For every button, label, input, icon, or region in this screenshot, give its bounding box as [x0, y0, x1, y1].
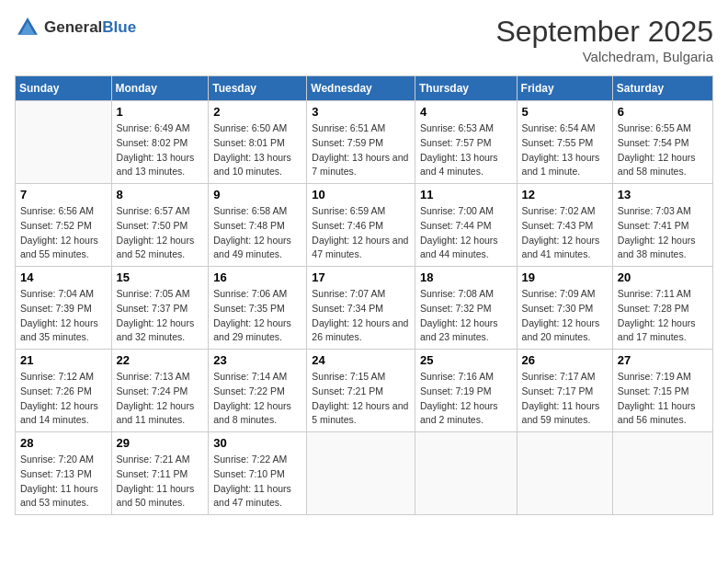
calendar-cell: 9Sunrise: 6:58 AMSunset: 7:48 PMDaylight…: [209, 184, 307, 267]
day-number: 28: [20, 436, 107, 450]
page-header: GeneralBlue September 2025 Valchedram, B…: [15, 15, 713, 64]
day-number: 23: [213, 353, 301, 367]
day-info: Sunrise: 7:12 AMSunset: 7:26 PMDaylight:…: [20, 370, 107, 428]
calendar-cell: 7Sunrise: 6:56 AMSunset: 7:52 PMDaylight…: [16, 184, 112, 267]
location-subtitle: Valchedram, Bulgaria: [495, 49, 713, 64]
title-block: September 2025 Valchedram, Bulgaria: [495, 15, 713, 64]
calendar-cell: 25Sunrise: 7:16 AMSunset: 7:19 PMDayligh…: [415, 350, 517, 432]
day-info: Sunrise: 7:14 AMSunset: 7:22 PMDaylight:…: [213, 370, 301, 428]
day-number: 11: [420, 188, 512, 201]
weekday-header-row: SundayMondayTuesdayWednesdayThursdayFrid…: [16, 76, 713, 101]
calendar-cell: 18Sunrise: 7:08 AMSunset: 7:32 PMDayligh…: [415, 267, 517, 350]
calendar-cell: 30Sunrise: 7:22 AMSunset: 7:10 PMDayligh…: [209, 432, 307, 515]
day-number: 13: [618, 188, 708, 201]
day-number: 21: [20, 353, 107, 367]
day-number: 16: [213, 270, 301, 284]
day-info: Sunrise: 6:53 AMSunset: 7:57 PMDaylight:…: [420, 121, 512, 179]
calendar-cell: 5Sunrise: 6:54 AMSunset: 7:55 PMDaylight…: [517, 101, 612, 184]
day-info: Sunrise: 7:05 AMSunset: 7:37 PMDaylight:…: [117, 287, 204, 345]
day-info: Sunrise: 7:06 AMSunset: 7:35 PMDaylight:…: [213, 287, 301, 345]
calendar-cell: 1Sunrise: 6:49 AMSunset: 8:02 PMDaylight…: [111, 101, 209, 184]
calendar-cell: 11Sunrise: 7:00 AMSunset: 7:44 PMDayligh…: [415, 184, 517, 267]
calendar-week-row: 1Sunrise: 6:49 AMSunset: 8:02 PMDaylight…: [16, 101, 713, 184]
calendar-cell: [307, 432, 415, 515]
weekday-header-thursday: Thursday: [415, 76, 517, 101]
calendar-cell: 3Sunrise: 6:51 AMSunset: 7:59 PMDaylight…: [307, 101, 415, 184]
day-info: Sunrise: 7:20 AMSunset: 7:13 PMDaylight:…: [20, 453, 107, 511]
day-number: 27: [618, 353, 708, 367]
calendar-cell: 12Sunrise: 7:02 AMSunset: 7:43 PMDayligh…: [517, 184, 612, 267]
calendar-cell: 2Sunrise: 6:50 AMSunset: 8:01 PMDaylight…: [209, 101, 307, 184]
weekday-header-sunday: Sunday: [16, 76, 112, 101]
day-number: 18: [420, 270, 512, 284]
day-number: 25: [420, 353, 512, 367]
calendar-cell: 4Sunrise: 6:53 AMSunset: 7:57 PMDaylight…: [415, 101, 517, 184]
calendar-week-row: 28Sunrise: 7:20 AMSunset: 7:13 PMDayligh…: [16, 432, 713, 515]
day-number: 7: [20, 188, 107, 201]
day-number: 30: [213, 436, 301, 450]
calendar-cell: 24Sunrise: 7:15 AMSunset: 7:21 PMDayligh…: [307, 350, 415, 432]
calendar-cell: 8Sunrise: 6:57 AMSunset: 7:50 PMDaylight…: [111, 184, 209, 267]
calendar-cell: [16, 101, 112, 184]
day-info: Sunrise: 6:54 AMSunset: 7:55 PMDaylight:…: [522, 121, 608, 179]
calendar-cell: 23Sunrise: 7:14 AMSunset: 7:22 PMDayligh…: [209, 350, 307, 432]
weekday-header-monday: Monday: [111, 76, 209, 101]
weekday-header-saturday: Saturday: [612, 76, 712, 101]
day-number: 5: [522, 105, 608, 119]
day-number: 9: [213, 188, 301, 201]
calendar-cell: 15Sunrise: 7:05 AMSunset: 7:37 PMDayligh…: [111, 267, 209, 350]
day-info: Sunrise: 7:09 AMSunset: 7:30 PMDaylight:…: [522, 287, 608, 345]
day-info: Sunrise: 7:16 AMSunset: 7:19 PMDaylight:…: [420, 370, 512, 428]
day-info: Sunrise: 7:04 AMSunset: 7:39 PMDaylight:…: [20, 287, 107, 345]
calendar-table: SundayMondayTuesdayWednesdayThursdayFrid…: [15, 75, 713, 515]
calendar-week-row: 7Sunrise: 6:56 AMSunset: 7:52 PMDaylight…: [16, 184, 713, 267]
day-info: Sunrise: 7:15 AMSunset: 7:21 PMDaylight:…: [312, 370, 410, 428]
day-number: 8: [117, 188, 204, 201]
calendar-cell: [415, 432, 517, 515]
calendar-cell: 13Sunrise: 7:03 AMSunset: 7:41 PMDayligh…: [612, 184, 712, 267]
logo-icon: [15, 15, 40, 40]
calendar-cell: [517, 432, 612, 515]
logo-text: GeneralBlue: [44, 18, 136, 37]
calendar-week-row: 14Sunrise: 7:04 AMSunset: 7:39 PMDayligh…: [16, 267, 713, 350]
day-info: Sunrise: 7:11 AMSunset: 7:28 PMDaylight:…: [618, 287, 708, 345]
calendar-cell: 6Sunrise: 6:55 AMSunset: 7:54 PMDaylight…: [612, 101, 712, 184]
day-info: Sunrise: 6:49 AMSunset: 8:02 PMDaylight:…: [117, 121, 204, 179]
day-info: Sunrise: 6:58 AMSunset: 7:48 PMDaylight:…: [213, 204, 301, 262]
day-info: Sunrise: 7:03 AMSunset: 7:41 PMDaylight:…: [618, 204, 708, 262]
day-info: Sunrise: 7:02 AMSunset: 7:43 PMDaylight:…: [522, 204, 608, 262]
month-title: September 2025: [495, 15, 713, 49]
day-info: Sunrise: 6:55 AMSunset: 7:54 PMDaylight:…: [618, 121, 708, 179]
calendar-cell: 28Sunrise: 7:20 AMSunset: 7:13 PMDayligh…: [16, 432, 112, 515]
day-number: 1: [117, 105, 204, 119]
day-number: 2: [213, 105, 301, 119]
day-info: Sunrise: 6:57 AMSunset: 7:50 PMDaylight:…: [117, 204, 204, 262]
day-info: Sunrise: 7:22 AMSunset: 7:10 PMDaylight:…: [213, 453, 301, 511]
logo-blue: Blue: [102, 18, 136, 36]
calendar-cell: 17Sunrise: 7:07 AMSunset: 7:34 PMDayligh…: [307, 267, 415, 350]
day-info: Sunrise: 6:50 AMSunset: 8:01 PMDaylight:…: [213, 121, 301, 179]
calendar-cell: [612, 432, 712, 515]
day-number: 4: [420, 105, 512, 119]
day-info: Sunrise: 7:19 AMSunset: 7:15 PMDaylight:…: [618, 370, 708, 428]
day-number: 12: [522, 188, 608, 201]
calendar-week-row: 21Sunrise: 7:12 AMSunset: 7:26 PMDayligh…: [16, 350, 713, 432]
logo-general: General: [44, 18, 102, 36]
day-info: Sunrise: 6:56 AMSunset: 7:52 PMDaylight:…: [20, 204, 107, 262]
day-number: 15: [117, 270, 204, 284]
calendar-cell: 21Sunrise: 7:12 AMSunset: 7:26 PMDayligh…: [16, 350, 112, 432]
calendar-cell: 22Sunrise: 7:13 AMSunset: 7:24 PMDayligh…: [111, 350, 209, 432]
day-info: Sunrise: 6:51 AMSunset: 7:59 PMDaylight:…: [312, 121, 410, 179]
logo: GeneralBlue: [15, 15, 136, 40]
day-number: 10: [312, 188, 410, 201]
calendar-cell: 14Sunrise: 7:04 AMSunset: 7:39 PMDayligh…: [16, 267, 112, 350]
day-info: Sunrise: 7:07 AMSunset: 7:34 PMDaylight:…: [312, 287, 410, 345]
day-number: 22: [117, 353, 204, 367]
calendar-cell: 27Sunrise: 7:19 AMSunset: 7:15 PMDayligh…: [612, 350, 712, 432]
calendar-cell: 10Sunrise: 6:59 AMSunset: 7:46 PMDayligh…: [307, 184, 415, 267]
day-number: 14: [20, 270, 107, 284]
day-number: 17: [312, 270, 410, 284]
day-number: 29: [117, 436, 204, 450]
weekday-header-wednesday: Wednesday: [307, 76, 415, 101]
day-number: 19: [522, 270, 608, 284]
